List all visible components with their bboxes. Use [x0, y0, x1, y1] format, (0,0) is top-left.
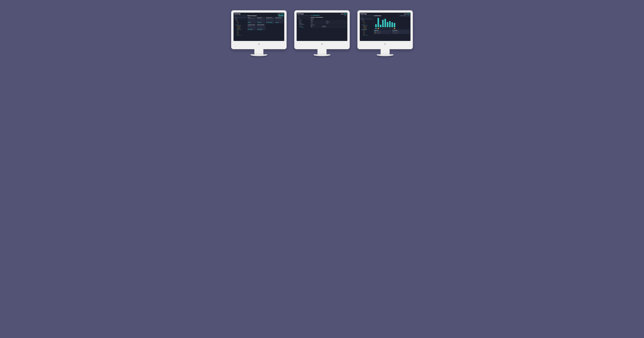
feature-reports-card: Feature Reports 42Features Documented7Fe… [392, 30, 410, 34]
avatar[interactable]: DF [407, 14, 408, 14]
tree-category: Category Feature Function Class Method [234, 20, 247, 24]
tree-item[interactable]: Method [235, 23, 247, 24]
table-header: Name [311, 20, 326, 22]
tag[interactable]: UI [275, 22, 277, 23]
create-feature-button[interactable]: Create Feature + [278, 15, 284, 16]
nav-my-projects[interactable]: My Projects [278, 14, 281, 14]
nav-my-projects[interactable]: My Projects [341, 14, 344, 14]
chart-avatar[interactable] [384, 28, 386, 29]
app-body: Features Contributions Category Feature … [360, 15, 410, 41]
sidebar-item-contributions[interactable]: Contributions [360, 18, 373, 20]
avatar[interactable]: DF [344, 14, 345, 14]
chart-bar[interactable] [375, 24, 377, 27]
tree-jira: Jira Integration Create Jira Issue → cre… [298, 26, 310, 28]
sidebar-item-contributions[interactable]: Contributions [234, 18, 247, 20]
feature-card[interactable]: Documentation TreeExample descriptionDoc… [256, 17, 265, 23]
chart-bar[interactable] [387, 22, 388, 27]
chevron-right-icon: ▸ [299, 24, 299, 25]
chart-bar[interactable] [394, 23, 395, 27]
chart-avatar[interactable] [387, 28, 388, 29]
feature-card[interactable]: Core UI ComponentsSend API call to the J… [266, 17, 274, 23]
topbar-right: My Projects DF GT [341, 14, 346, 14]
tag[interactable]: Integration [314, 15, 317, 16]
stat-row: 13%Code Needs Docs [374, 32, 391, 34]
main-header: Contributions Lines of code documented [374, 15, 410, 16]
tree-item[interactable]: createJiraIssue [301, 27, 304, 28]
chart-y-axis: 10007505002500 [374, 18, 374, 29]
tag[interactable]: UI [266, 22, 268, 23]
chart-bar[interactable] [384, 19, 386, 27]
chart-avatar[interactable] [394, 28, 395, 29]
tag[interactable]: Example [248, 22, 250, 23]
table-row: contentstring [311, 23, 346, 24]
chart-avatar[interactable] [382, 28, 384, 29]
main-panel: Newest Features Create Feature + Feature… [248, 15, 284, 40]
table-row: installationIInstalledObject [311, 22, 346, 22]
page-title: Function: createJiraIssue [310, 17, 346, 18]
tag[interactable]: UX [268, 22, 270, 23]
chart-bar[interactable] [378, 18, 379, 27]
tag[interactable]: Docs [257, 22, 259, 23]
topbar: DocForge My Projects DF GT [234, 12, 284, 15]
tag[interactable]: Docs [257, 29, 259, 30]
tree-item-selected[interactable]: Core UI Components [361, 29, 367, 30]
chart-bar[interactable] [392, 22, 393, 27]
tag[interactable]: Ticket [317, 15, 319, 16]
chart-avatar[interactable] [389, 28, 391, 29]
table-cell: JiraProject [326, 22, 346, 23]
tree-item[interactable]: App Theme and Layout [363, 35, 368, 36]
topbar: DocForge My Projects DF GT [360, 12, 410, 15]
stat-label: Code Needs Docs [377, 33, 380, 33]
chart-avatar[interactable] [392, 28, 393, 29]
card-title: Core UI Components [266, 18, 274, 18]
avatar[interactable]: GT [409, 14, 410, 14]
feature-card[interactable]: App Theme and LayoutDesign the main web … [275, 17, 284, 23]
card-description: This is an example feature! [248, 18, 256, 19]
tag[interactable]: Web App [270, 22, 272, 23]
avatar[interactable]: GT [346, 14, 346, 14]
tag[interactable]: Web App [259, 29, 262, 30]
sidebar-item-features[interactable]: Features [298, 17, 310, 18]
chevron-down-icon [408, 16, 409, 16]
tree-item[interactable]: App Theme and Layout [237, 35, 242, 36]
tag[interactable]: Jira [312, 15, 314, 16]
stat-value: 87% [374, 31, 376, 32]
chart-bars [375, 18, 410, 27]
sidebar-item-features[interactable]: Features [360, 17, 373, 18]
chart-bar[interactable] [382, 20, 384, 27]
chart-bar[interactable] [389, 21, 391, 27]
monitor-bezel: DocForge My Projects DF GT Features Cont… [358, 10, 413, 49]
feature-card[interactable]: FeatureThis is an example feature!Exampl… [248, 17, 256, 23]
monitor-stand [380, 49, 390, 54]
nav-my-projects[interactable]: My Projects [404, 14, 407, 14]
monitor-bezel: DocForge My Projects DF GT Features Cont… [231, 10, 286, 49]
search-input[interactable] [234, 15, 247, 16]
sidebar-item-features[interactable]: Features [234, 17, 247, 18]
y-tick: 1000 [374, 18, 374, 18]
card-tags: UIUXWeb App [266, 22, 274, 23]
search-input[interactable] [360, 15, 373, 16]
monitor-features: DocForge My Projects DF GT Features Cont… [231, 10, 286, 56]
chart-avatar[interactable] [378, 28, 379, 29]
tree-item[interactable]: Method [361, 23, 373, 24]
table-cell: IInstalledObject [326, 22, 346, 22]
feature-card[interactable]: Create Docs from VSCodeSend a request to… [248, 24, 256, 30]
table-header: Passed Params [322, 26, 346, 26]
edit-button[interactable]: Edit [344, 15, 346, 16]
avatar[interactable]: DF [281, 14, 282, 14]
tree-group-header[interactable]: ▸Clubhouse Integration [298, 24, 310, 25]
sidebar-item-contributions[interactable]: Contributions [298, 18, 310, 20]
feature-card[interactable]: Create Docs from Web AppCreate new docs … [256, 24, 265, 30]
chart-bar[interactable] [380, 25, 382, 27]
chart-avatar[interactable] [380, 28, 382, 29]
tag[interactable]: VSCode [250, 29, 253, 30]
avatar[interactable]: GT [282, 14, 284, 14]
tag[interactable]: Tree [259, 22, 261, 23]
chart-avatar[interactable] [375, 28, 377, 29]
metric-select[interactable]: Lines of code documented [400, 15, 410, 16]
search-input[interactable] [298, 15, 310, 16]
tag[interactable]: Docs [248, 29, 250, 30]
chevron-right-icon: ▸ [299, 24, 299, 24]
chart-avatars [375, 28, 410, 29]
tag[interactable]: UX [277, 22, 278, 23]
